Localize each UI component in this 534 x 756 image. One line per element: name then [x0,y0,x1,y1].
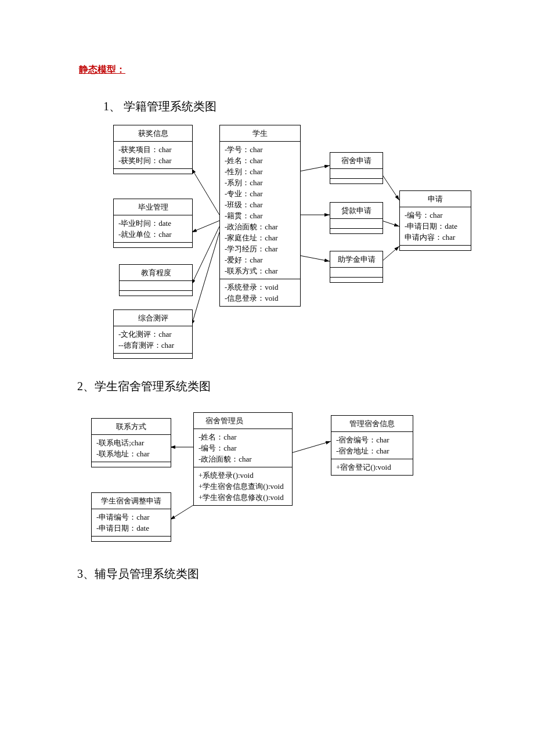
class-dorm-info: 管理宿舍信息 -宿舍编号：char -宿舍地址：char +宿舍登记():voi… [331,415,413,476]
page-root: 静态模型： 1、 学籍管理系统类图 获奖信息 [0,0,534,756]
class-name: 管理宿舍信息 [331,416,413,432]
attr: -政治面貌：char [199,453,287,465]
class-empty [92,462,171,467]
method: +学生宿舍信息查询():void [199,481,287,492]
attr: -申请编号：char [96,512,166,523]
class-attrs: -申请编号：char -申请日期：date [92,509,171,537]
class-dorm-adjust-apply: 学生宿舍调整申请 -申请编号：char -申请日期：date [91,492,171,542]
class-attrs: -姓名：char -编号：char -政治面貌：char [194,429,292,467]
class-name: 联系方式 [92,419,171,435]
attr: -联系地址：char [96,448,166,459]
class-empty [92,537,171,541]
svg-line-11 [170,505,193,520]
diagram-2: 联系方式 -联系电话;char -联系地址：char 学生宿舍调整申请 -申请编… [0,0,534,569]
class-name: 学生宿舍调整申请 [92,493,171,509]
class-name: 宿舍管理员 [194,413,292,429]
method: +系统登录():void [199,470,287,481]
section-3-heading: 3、辅导员管理系统类图 [77,566,199,582]
class-attrs: -宿舍编号：char -宿舍地址：char [331,432,413,459]
class-methods: +系统登录():void +学生宿舍信息查询():void +学生宿舍信息修改(… [194,467,292,505]
method: +学生宿舍信息修改():void [199,492,287,503]
attr: -宿舍编号：char [336,434,408,445]
attr: -申请日期：date [96,523,166,534]
attr: -联系电话;char [96,437,166,448]
class-contact: 联系方式 -联系电话;char -联系地址：char [91,418,171,467]
attr: -宿舍地址：char [336,445,408,456]
attr: -编号：char [199,442,287,453]
class-attrs: -联系电话;char -联系地址：char [92,435,171,462]
class-methods: +宿舍登记():void [331,459,413,475]
method: +宿舍登记():void [336,462,408,473]
attr: -姓名：char [199,431,287,442]
svg-line-12 [291,441,331,453]
class-dorm-admin: 宿舍管理员 -姓名：char -编号：char -政治面貌：char +系统登录… [193,412,293,506]
